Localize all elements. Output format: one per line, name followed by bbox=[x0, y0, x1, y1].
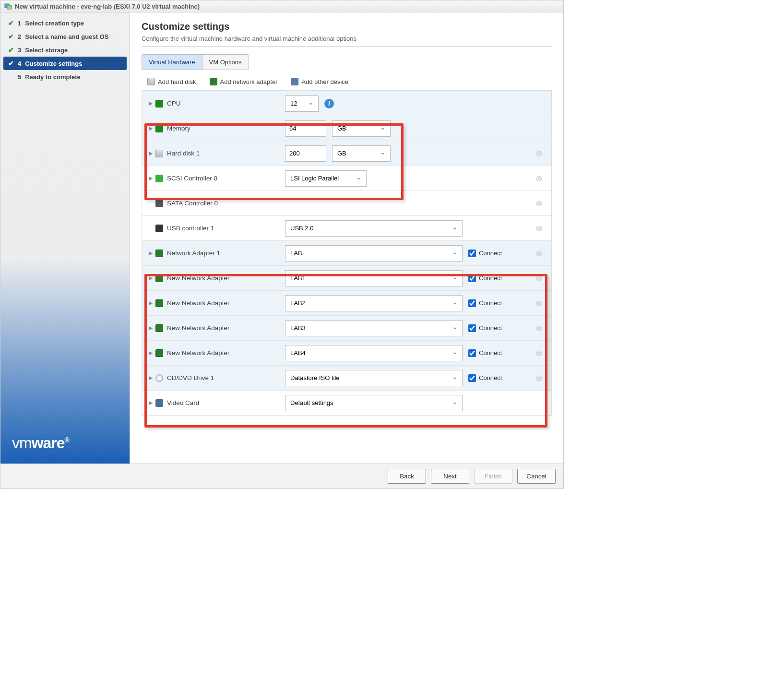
back-button[interactable]: Back bbox=[388, 469, 426, 484]
remove-icon[interactable]: ⊗ bbox=[535, 223, 547, 234]
add-other-device-button[interactable]: Add other device bbox=[291, 78, 348, 85]
network-select[interactable]: LAB1 bbox=[285, 270, 463, 286]
add-network-adapter-button[interactable]: Add network adapter bbox=[210, 78, 278, 85]
label: SATA Controller 0 bbox=[167, 200, 218, 207]
expand-toggle[interactable]: ▶ bbox=[149, 325, 152, 331]
disk-unit-select[interactable]: GB bbox=[332, 145, 391, 162]
remove-icon[interactable]: ⊗ bbox=[535, 248, 547, 259]
expand-toggle[interactable]: ▶ bbox=[149, 275, 152, 281]
cpu-select[interactable]: 12 bbox=[285, 95, 319, 112]
memory-input[interactable] bbox=[285, 120, 326, 137]
label: USB controller 1 bbox=[167, 225, 214, 232]
memory-icon bbox=[155, 125, 163, 132]
expand-toggle[interactable]: ▶ bbox=[149, 250, 152, 256]
remove-icon[interactable]: ⊗ bbox=[535, 273, 547, 284]
device-icon bbox=[291, 78, 298, 85]
remove-icon[interactable]: ⊗ bbox=[535, 173, 547, 184]
connect-checkbox[interactable]: Connect bbox=[468, 374, 502, 382]
row-cd-dvd: ▶CD/DVD Drive 1 Datastore ISO file Conne… bbox=[142, 365, 551, 390]
window-title: New virtual machine - eve-ng-lab (ESXi 7… bbox=[15, 3, 200, 10]
hw-toolbar: Add hard disk Add network adapter Add ot… bbox=[142, 70, 552, 90]
label: CD/DVD Drive 1 bbox=[167, 374, 214, 381]
network-select[interactable]: LAB4 bbox=[285, 345, 463, 361]
row-usb-controller: ▶USB controller 1 USB 2.0 ⊗ bbox=[142, 215, 551, 240]
network-icon bbox=[155, 324, 163, 332]
expand-toggle[interactable]: ▶ bbox=[149, 300, 152, 306]
memory-unit-select[interactable]: GB bbox=[332, 120, 391, 137]
row-scsi-controller: ▶SCSI Controller 0 LSI Logic Parallel ⊗ bbox=[142, 166, 551, 190]
network-icon bbox=[155, 274, 163, 282]
network-icon bbox=[210, 78, 217, 85]
label: CPU bbox=[167, 100, 181, 107]
expand-toggle[interactable]: ▶ bbox=[149, 375, 152, 381]
page-subtitle: Configure the virtual machine hardware a… bbox=[142, 35, 552, 47]
scsi-select[interactable]: LSI Logic Parallel bbox=[285, 170, 367, 187]
network-icon bbox=[155, 299, 163, 307]
hdd-icon bbox=[147, 78, 155, 85]
add-hard-disk-button[interactable]: Add hard disk bbox=[147, 78, 196, 85]
remove-icon[interactable]: ⊗ bbox=[535, 148, 547, 159]
check-icon: ✔ bbox=[8, 59, 15, 67]
step-3[interactable]: ✔3Select storage bbox=[3, 43, 127, 57]
remove-icon[interactable]: ⊗ bbox=[535, 298, 547, 309]
step-label: Select storage bbox=[25, 47, 68, 54]
network-icon bbox=[155, 349, 163, 357]
label: Video Card bbox=[167, 399, 199, 406]
step-label: Customize settings bbox=[25, 60, 82, 67]
check-icon: ✔ bbox=[8, 33, 15, 40]
video-select[interactable]: Default settings bbox=[285, 395, 463, 411]
expand-toggle[interactable]: ▶ bbox=[149, 175, 152, 181]
check-icon bbox=[8, 73, 15, 81]
remove-icon[interactable]: ⊗ bbox=[535, 373, 547, 383]
cancel-button[interactable]: Cancel bbox=[517, 469, 556, 484]
step-label: Select creation type bbox=[25, 20, 84, 27]
connect-checkbox[interactable]: Connect bbox=[468, 299, 502, 307]
row-sata-controller: ▶SATA Controller 0 ⊗ bbox=[142, 190, 551, 215]
connect-checkbox[interactable]: Connect bbox=[468, 250, 502, 257]
label: Hard disk 1 bbox=[167, 150, 200, 157]
network-select[interactable]: LAB bbox=[285, 245, 463, 262]
label: New Network Adapter bbox=[167, 299, 230, 307]
label: New Network Adapter bbox=[167, 349, 230, 357]
video-icon bbox=[155, 399, 163, 407]
remove-icon[interactable]: ⊗ bbox=[535, 323, 547, 333]
network-select[interactable]: LAB2 bbox=[285, 295, 463, 311]
cd-select[interactable]: Datastore ISO file bbox=[285, 370, 463, 386]
step-1[interactable]: ✔1Select creation type bbox=[3, 16, 127, 30]
disk-size-input[interactable] bbox=[285, 145, 326, 162]
row-memory: ▶Memory GB bbox=[142, 116, 551, 141]
label: New Network Adapter bbox=[167, 274, 230, 282]
expand-toggle[interactable]: ▶ bbox=[149, 150, 152, 156]
expand-toggle[interactable]: ▶ bbox=[149, 100, 152, 107]
titlebar: New virtual machine - eve-ng-lab (ESXi 7… bbox=[0, 0, 563, 12]
cpu-icon bbox=[155, 100, 163, 107]
expand-toggle[interactable]: ▶ bbox=[149, 125, 152, 131]
next-button[interactable]: Next bbox=[431, 469, 469, 484]
svg-rect-1 bbox=[7, 5, 12, 9]
info-icon[interactable]: i bbox=[324, 99, 334, 108]
sidebar: ✔1Select creation type ✔2Select a name a… bbox=[0, 12, 130, 464]
remove-icon[interactable]: ⊗ bbox=[535, 348, 547, 358]
network-icon bbox=[155, 250, 163, 257]
network-select[interactable]: LAB3 bbox=[285, 320, 463, 336]
vmware-logo: vmware® bbox=[0, 423, 130, 464]
page-title: Customize settings bbox=[142, 21, 552, 32]
tabset: Virtual Hardware VM Options bbox=[142, 54, 249, 70]
tab-virtual-hardware[interactable]: Virtual Hardware bbox=[142, 55, 202, 70]
connect-checkbox[interactable]: Connect bbox=[468, 349, 502, 357]
scsi-icon bbox=[155, 175, 163, 182]
connect-checkbox[interactable]: Connect bbox=[468, 324, 502, 332]
expand-toggle[interactable]: ▶ bbox=[149, 350, 152, 356]
label: New Network Adapter bbox=[167, 324, 230, 332]
remove-icon[interactable]: ⊗ bbox=[535, 198, 547, 209]
connect-checkbox[interactable]: Connect bbox=[468, 274, 502, 282]
usb-select[interactable]: USB 2.0 bbox=[285, 220, 463, 237]
step-4[interactable]: ✔4Customize settings bbox=[3, 57, 127, 70]
hdd-icon bbox=[155, 150, 163, 157]
expand-toggle[interactable]: ▶ bbox=[149, 400, 152, 406]
row-network-adapter-2: ▶New Network Adapter LAB1 Connect ⊗ bbox=[142, 265, 551, 290]
sata-icon bbox=[155, 200, 163, 207]
step-2[interactable]: ✔2Select a name and guest OS bbox=[3, 30, 127, 43]
step-5[interactable]: 5Ready to complete bbox=[3, 70, 127, 83]
tab-vm-options[interactable]: VM Options bbox=[202, 55, 249, 70]
